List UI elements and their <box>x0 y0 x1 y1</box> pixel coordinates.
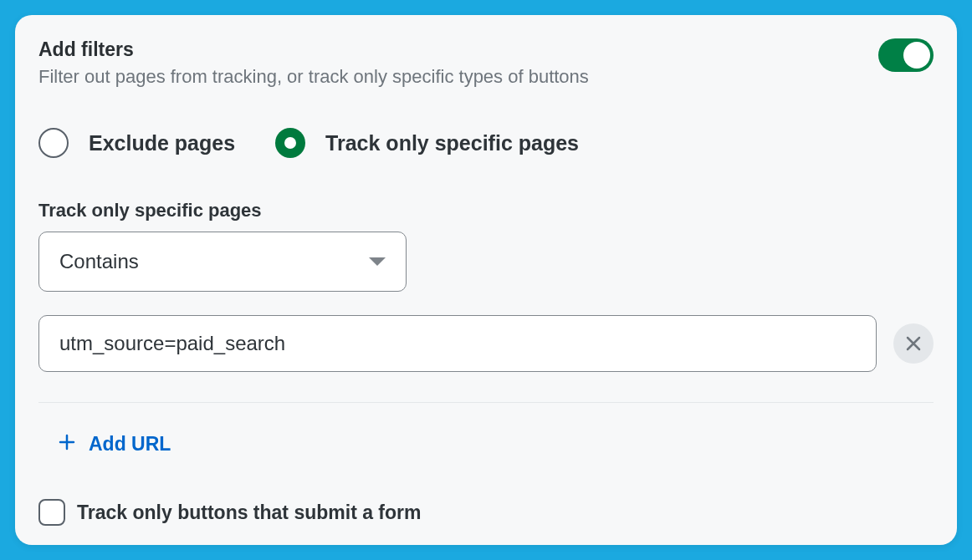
submit-form-checkbox[interactable] <box>38 499 65 526</box>
url-input[interactable] <box>38 315 877 372</box>
submit-form-checkbox-label: Track only buttons that submit a form <box>77 501 421 524</box>
radio-unchecked-icon <box>38 128 69 158</box>
radio-group: Exclude pages Track only specific pages <box>38 128 934 158</box>
radio-checked-icon <box>275 128 305 158</box>
radio-checked-inner <box>284 137 296 149</box>
close-icon <box>905 335 922 352</box>
match-type-value: Contains <box>59 250 139 273</box>
radio-track-specific-label: Track only specific pages <box>325 131 579 155</box>
divider <box>38 402 934 403</box>
chevron-down-icon <box>369 257 386 266</box>
toggle-knob <box>903 42 930 69</box>
checkbox-row: Track only buttons that submit a form <box>38 499 934 526</box>
header-text: Add filters Filter out pages from tracki… <box>38 38 589 88</box>
card-title: Add filters <box>38 38 589 61</box>
plus-icon <box>59 434 75 456</box>
add-url-label: Add URL <box>89 433 171 456</box>
header-row: Add filters Filter out pages from tracki… <box>38 38 934 88</box>
radio-track-specific[interactable]: Track only specific pages <box>275 128 579 158</box>
url-input-row <box>38 315 934 372</box>
radio-exclude-label: Exclude pages <box>89 131 235 155</box>
remove-url-button[interactable] <box>893 323 934 364</box>
match-type-select[interactable]: Contains <box>38 232 407 292</box>
filters-toggle[interactable] <box>878 38 934 72</box>
radio-exclude-pages[interactable]: Exclude pages <box>38 128 235 158</box>
filters-card: Add filters Filter out pages from tracki… <box>15 15 957 545</box>
section-label: Track only specific pages <box>38 200 934 221</box>
add-url-button[interactable]: Add URL <box>59 433 934 456</box>
card-subtitle: Filter out pages from tracking, or track… <box>38 66 589 88</box>
